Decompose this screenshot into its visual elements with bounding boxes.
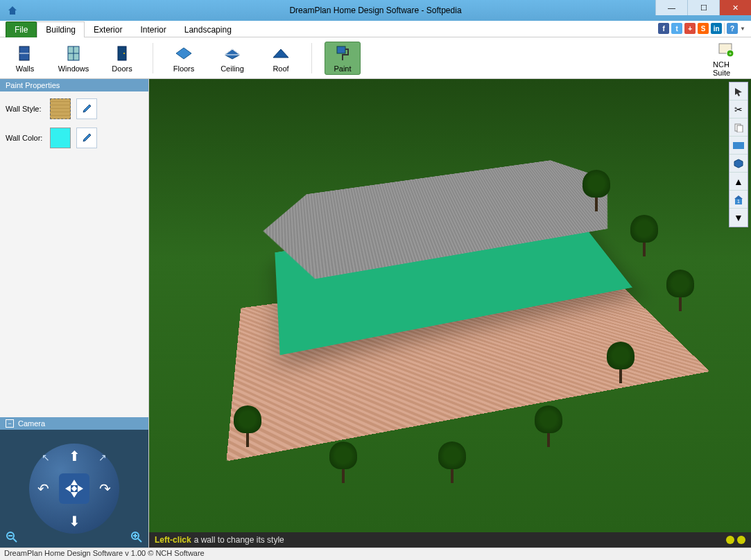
camera-pan-up[interactable]: ⬆ — [69, 448, 80, 464]
3d-viewport[interactable]: ✂ ▲ 1 ▼ — [149, 79, 751, 532]
svg-marker-7 — [176, 48, 191, 59]
svg-marker-18 — [78, 485, 83, 492]
doors-tool[interactable]: Doors — [104, 42, 140, 75]
app-home-icon[interactable] — [4, 2, 21, 19]
status-text: DreamPlan Home Design Software v 1.00 © … — [4, 549, 205, 557]
tree — [666, 270, 694, 311]
camera-rotate-left[interactable]: ↶ — [37, 480, 49, 497]
svg-rect-5 — [118, 46, 126, 60]
titlebar: DreamPlan Home Design Software - Softped… — [0, 0, 751, 21]
copy-button[interactable] — [730, 119, 748, 137]
windows-tool[interactable]: Windows — [55, 42, 92, 75]
svg-point-6 — [123, 53, 125, 54]
tree — [582, 170, 610, 211]
doors-icon — [112, 44, 132, 63]
walls-icon — [15, 44, 35, 63]
help-icon[interactable]: ? — [727, 23, 738, 34]
floors-label: Floors — [173, 64, 195, 73]
camera-move-pad[interactable] — [59, 473, 89, 504]
paint-tool[interactable]: Paint — [325, 42, 361, 75]
properties-title: Paint Properties — [6, 81, 60, 89]
paint-label: Paint — [334, 64, 351, 73]
camera-rotate-right[interactable]: ↷ — [99, 480, 111, 497]
linkedin-icon[interactable]: in — [711, 23, 722, 34]
tree — [607, 342, 635, 383]
walls-label: Walls — [16, 64, 34, 73]
minimize-button[interactable]: — — [655, 0, 687, 15]
facebook-icon[interactable]: f — [658, 23, 669, 34]
floors-tool[interactable]: Floors — [166, 42, 202, 75]
ceiling-tool[interactable]: Ceiling — [214, 42, 250, 75]
ceiling-icon — [223, 44, 242, 63]
svg-rect-19 — [71, 486, 77, 491]
svg-marker-16 — [71, 492, 78, 498]
tab-exterior[interactable]: Exterior — [85, 21, 131, 37]
svg-marker-17 — [65, 485, 71, 492]
hint-highlight: Left-click — [155, 535, 191, 545]
social-icons: f t + S in ? ▼ — [658, 23, 745, 34]
wall-color-label: Wall Color: — [6, 134, 50, 142]
wall-style-swatch[interactable] — [50, 98, 71, 119]
ceiling-label: Ceiling — [221, 64, 244, 73]
wall-style-row: Wall Style: — [6, 98, 143, 119]
camera-tilt-upleft[interactable]: ↖ — [42, 452, 50, 463]
paint-icon — [333, 44, 352, 63]
help-dropdown-icon[interactable]: ▼ — [740, 26, 745, 32]
wall-view-button[interactable] — [730, 137, 748, 155]
properties-body: Wall Style: Wall Color: — [0, 91, 148, 164]
stumbleupon-icon[interactable]: S — [698, 23, 709, 34]
close-button[interactable]: ✕ — [719, 0, 751, 15]
camera-tilt-upright[interactable]: ↗ — [98, 452, 107, 463]
toolbar-divider-1 — [153, 43, 153, 73]
story-up-button[interactable]: ▲ — [730, 173, 748, 191]
windows-label: Windows — [58, 64, 89, 73]
svg-line-21 — [13, 539, 17, 542]
tree — [329, 441, 357, 483]
google-plus-icon[interactable]: + — [684, 23, 696, 34]
window-buttons: — ☐ ✕ — [655, 0, 751, 15]
eyedropper-icon — [81, 132, 92, 143]
ribbon-toolbar: Walls Windows Doors Floors Ceiling Roof … — [0, 37, 751, 79]
tree — [234, 405, 261, 447]
nch-suite-icon: + — [716, 40, 736, 59]
nch-suite-button[interactable]: + NCH Suite — [708, 37, 744, 79]
svg-rect-29 — [733, 142, 744, 149]
wall-style-label: Wall Style: — [6, 105, 50, 113]
walls-tool[interactable]: Walls — [7, 42, 43, 75]
maximize-button[interactable]: ☐ — [687, 0, 719, 15]
3d-view-button[interactable] — [730, 155, 748, 173]
tab-building[interactable]: Building — [37, 21, 85, 37]
sidebar: Paint Properties Wall Style: Wall Color:… — [0, 79, 149, 548]
wall-color-row: Wall Color: — [6, 128, 143, 148]
camera-pan-down[interactable]: ⬇ — [69, 513, 80, 530]
hint-zoom-in-icon[interactable] — [726, 536, 734, 544]
cut-button[interactable]: ✂ — [730, 100, 748, 119]
status-bar: DreamPlan Home Design Software v 1.00 © … — [0, 548, 751, 560]
story-indicator[interactable]: 1 — [730, 191, 748, 209]
windows-icon — [64, 44, 83, 63]
zoom-out-button[interactable] — [4, 530, 19, 545]
svg-text:+: + — [729, 51, 732, 57]
hint-text: a wall to change its style — [194, 535, 284, 545]
tab-interior[interactable]: Interior — [131, 21, 175, 37]
camera-collapse-button[interactable]: − — [6, 419, 14, 428]
floors-icon — [174, 44, 193, 63]
camera-dial: ⬆ ⬇ ↶ ↷ ↖ ↗ — [29, 444, 119, 534]
svg-marker-10 — [273, 49, 288, 58]
svg-marker-15 — [71, 480, 78, 485]
file-tab[interactable]: File — [6, 21, 37, 37]
svg-text:1: 1 — [737, 199, 740, 204]
twitter-icon[interactable]: t — [671, 23, 682, 34]
story-down-button[interactable]: ▼ — [730, 209, 748, 227]
hint-zoom-out-icon[interactable] — [737, 536, 745, 544]
hint-zoom-icons — [726, 536, 745, 544]
roof-tool[interactable]: Roof — [263, 42, 299, 75]
zoom-in-button[interactable] — [129, 530, 144, 545]
social-divider — [724, 23, 725, 34]
wall-style-eyedropper[interactable] — [76, 98, 97, 119]
wall-color-swatch[interactable] — [50, 128, 71, 148]
tab-landscaping[interactable]: Landscaping — [175, 21, 241, 37]
pointer-tool-button[interactable] — [730, 82, 748, 100]
wall-color-eyedropper[interactable] — [76, 128, 97, 148]
roof-label: Roof — [273, 64, 288, 73]
